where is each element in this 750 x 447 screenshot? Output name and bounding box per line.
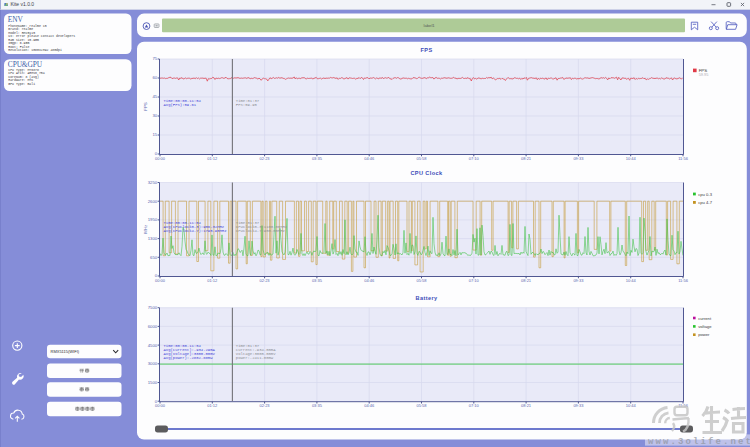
svg-text:GPU Type: mali: GPU Type: mali <box>8 82 35 86</box>
svg-text:07:10: 07:10 <box>469 156 480 161</box>
svg-text:3250: 3250 <box>148 180 158 185</box>
svg-text:FPS: FPS <box>420 47 432 53</box>
svg-text:02:23: 02:23 <box>260 156 271 161</box>
svg-text:Kite v1.0.0: Kite v1.0.0 <box>11 1 35 7</box>
svg-text:1500: 1500 <box>148 380 158 385</box>
svg-text:02:23: 02:23 <box>260 278 271 283</box>
svg-text:voltage: voltage <box>698 324 712 329</box>
svg-text:04:46: 04:46 <box>364 403 375 408</box>
svg-text:FPS: FPS <box>143 102 148 111</box>
svg-text:09:33: 09:33 <box>573 278 584 283</box>
svg-text:05:58: 05:58 <box>416 403 427 408</box>
svg-text:08:21: 08:21 <box>521 156 532 161</box>
svg-text:07:10: 07:10 <box>469 278 480 283</box>
svg-text:60: 60 <box>152 75 157 80</box>
svg-text:4500: 4500 <box>148 343 158 348</box>
svg-text:30: 30 <box>152 113 157 118</box>
svg-text:01:12: 01:12 <box>207 156 218 161</box>
svg-text:09:33: 09:33 <box>573 156 584 161</box>
svg-text:6000: 6000 <box>148 324 158 329</box>
svg-text:04:46: 04:46 <box>364 156 375 161</box>
svg-text:3000: 3000 <box>148 361 158 366</box>
svg-text:Battery: Battery <box>415 295 438 301</box>
svg-text:Avg(power):-2802.88mW: Avg(power):-2802.88mW <box>164 356 214 360</box>
svg-text:08:21: 08:21 <box>521 403 532 408</box>
svg-text:Resolution: 1080x2392 480dpi: Resolution: 1080x2392 480dpi <box>8 48 62 52</box>
svg-text:MHz: MHz <box>143 225 148 234</box>
svg-text:Avg(CPUClock4-7):1795.90MHz: Avg(CPUClock4-7):1795.90MHz <box>164 229 228 233</box>
svg-text:CPUClock4-7:900.00MHz: CPUClock4-7:900.00MHz <box>236 229 286 233</box>
svg-text:11:56: 11:56 <box>678 278 688 283</box>
svg-text:1950: 1950 <box>148 217 158 222</box>
svg-text:label1: label1 <box>424 23 436 28</box>
svg-text:03:35: 03:35 <box>312 403 323 408</box>
svg-text:Avg(FPS):59.61: Avg(FPS):59.61 <box>164 103 197 107</box>
svg-text:7500: 7500 <box>148 305 158 310</box>
svg-text:59.95: 59.95 <box>699 72 709 77</box>
svg-text:650: 650 <box>150 255 158 260</box>
svg-text:05:58: 05:58 <box>416 156 427 161</box>
svg-text:03:35: 03:35 <box>312 156 323 161</box>
svg-text:power:-2411.00mW: power:-2411.00mW <box>236 356 274 360</box>
svg-text:01:12: 01:12 <box>207 278 218 283</box>
svg-text:45: 45 <box>152 94 157 99</box>
svg-text:09:33: 09:33 <box>573 403 584 408</box>
svg-text:05:58: 05:58 <box>416 278 427 283</box>
svg-text:04:46: 04:46 <box>364 278 375 283</box>
svg-text:08:21: 08:21 <box>521 278 532 283</box>
svg-text:2600: 2600 <box>148 199 158 204</box>
svg-text:CPU Clock: CPU Clock <box>410 170 443 176</box>
svg-text:07:10: 07:10 <box>469 403 480 408</box>
svg-text:10:44: 10:44 <box>626 156 637 161</box>
svg-text:00:00: 00:00 <box>155 278 166 283</box>
svg-text:power: power <box>698 332 710 337</box>
svg-text:www.3olife.net: www.3olife.net <box>648 437 750 447</box>
svg-text:03:35: 03:35 <box>312 278 323 283</box>
svg-text:10:44: 10:44 <box>626 278 637 283</box>
svg-text:15: 15 <box>152 132 157 137</box>
svg-text:01:12: 01:12 <box>207 403 218 408</box>
svg-text:02:23: 02:23 <box>260 403 271 408</box>
svg-text:cpu 0-3: cpu 0-3 <box>698 192 712 197</box>
svg-text:cpu 4-7: cpu 4-7 <box>698 200 712 205</box>
svg-text:FPS:59.95: FPS:59.95 <box>236 103 258 107</box>
svg-text:10:44: 10:44 <box>626 403 637 408</box>
svg-text:RMX5115(WIFI): RMX5115(WIFI) <box>51 349 80 354</box>
svg-text:11:56: 11:56 <box>678 156 688 161</box>
svg-text:00:00: 00:00 <box>155 156 166 161</box>
svg-text:1300: 1300 <box>148 236 158 241</box>
svg-text:00:00: 00:00 <box>155 403 166 408</box>
svg-text:75: 75 <box>152 56 157 61</box>
svg-text:current: current <box>698 316 712 321</box>
